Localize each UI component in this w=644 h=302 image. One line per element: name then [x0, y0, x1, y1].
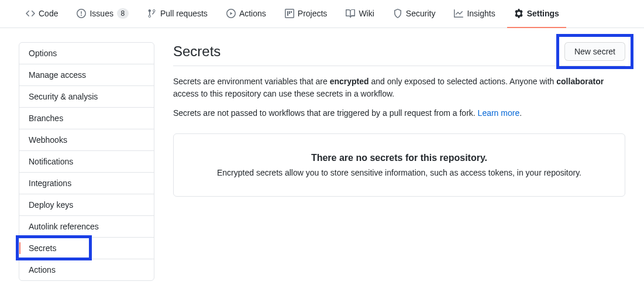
- tab-label: Wiki: [359, 5, 374, 22]
- tab-security[interactable]: Security: [386, 0, 443, 28]
- tab-pulls[interactable]: Pull requests: [140, 0, 215, 28]
- actions-icon: [226, 9, 236, 18]
- text-collaborator: collaborator: [556, 77, 604, 86]
- settings-menu: OptionsManage accessSecurity & analysisB…: [19, 42, 154, 281]
- blankslate-text: Encrypted secrets allow you to store sen…: [185, 168, 613, 177]
- text: Secrets are not passed to workflows that…: [173, 108, 478, 118]
- sidebar-item-security-analysis[interactable]: Security & analysis: [19, 86, 154, 108]
- tab-label: Issues: [89, 5, 113, 22]
- sidebar-item-secrets[interactable]: Secrets: [19, 238, 154, 259]
- security-icon: [393, 9, 402, 18]
- tab-label: Projects: [298, 5, 328, 22]
- tab-projects[interactable]: Projects: [278, 0, 335, 28]
- repo-nav: CodeIssues8Pull requestsActionsProjectsW…: [0, 0, 644, 28]
- text-encrypted: encrypted: [330, 77, 369, 86]
- sidebar-item-integrations[interactable]: Integrations: [19, 173, 154, 194]
- text: and only exposed to selected actions. An…: [369, 77, 557, 86]
- sidebar-item-webhooks[interactable]: Webhooks: [19, 129, 154, 151]
- code-icon: [26, 9, 35, 18]
- issues-icon: [77, 9, 86, 18]
- settings-sidebar: OptionsManage accessSecurity & analysisB…: [19, 42, 154, 281]
- tab-label: Pull requests: [160, 5, 208, 22]
- intro-paragraph-2: Secrets are not passed to workflows that…: [173, 107, 625, 119]
- insights-icon: [454, 9, 463, 18]
- page-title: Secrets: [173, 43, 221, 60]
- tab-insights[interactable]: Insights: [447, 0, 502, 28]
- sidebar-item-options[interactable]: Options: [19, 43, 154, 64]
- sidebar-item-autolink-references[interactable]: Autolink references: [19, 216, 154, 238]
- tab-issues-count: 8: [117, 8, 129, 19]
- text: Secrets are environment variables that a…: [173, 77, 330, 86]
- sidebar-item-deploy-keys[interactable]: Deploy keys: [19, 194, 154, 216]
- wiki-icon: [346, 9, 355, 18]
- tab-issues[interactable]: Issues8: [70, 0, 135, 28]
- blankslate-title: There are no secrets for this repository…: [185, 153, 613, 163]
- page-header: Secrets New secret: [173, 42, 625, 66]
- text: .: [519, 108, 522, 118]
- tab-settings[interactable]: Settings: [507, 0, 566, 28]
- blankslate: There are no secrets for this repository…: [173, 133, 625, 197]
- tab-label: Actions: [239, 5, 266, 22]
- learn-more-link[interactable]: Learn more: [478, 108, 520, 118]
- intro-paragraph-1: Secrets are environment variables that a…: [173, 76, 625, 100]
- tab-wiki[interactable]: Wiki: [339, 0, 381, 28]
- sidebar-item-manage-access[interactable]: Manage access: [19, 64, 154, 86]
- settings-icon: [514, 9, 524, 18]
- tab-label: Insights: [467, 5, 495, 22]
- tab-label: Security: [406, 5, 436, 22]
- sidebar-item-branches[interactable]: Branches: [19, 108, 154, 129]
- tab-label: Code: [39, 5, 58, 22]
- tab-label: Settings: [527, 5, 559, 22]
- pulls-icon: [147, 9, 157, 18]
- projects-icon: [285, 9, 294, 18]
- main-content: Secrets New secret Secrets are environme…: [173, 42, 625, 281]
- tab-code[interactable]: Code: [19, 0, 65, 28]
- secrets-intro: Secrets are environment variables that a…: [173, 76, 625, 119]
- sidebar-item-actions[interactable]: Actions: [19, 259, 154, 280]
- sidebar-item-notifications[interactable]: Notifications: [19, 151, 154, 173]
- text: access to this repository can use these …: [173, 89, 394, 98]
- tab-actions[interactable]: Actions: [219, 0, 273, 28]
- new-secret-button[interactable]: New secret: [564, 42, 625, 61]
